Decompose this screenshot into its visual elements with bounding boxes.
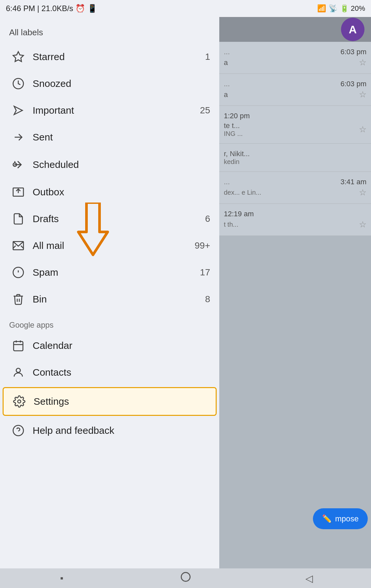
- outbox-icon: [9, 186, 27, 198]
- email-item-4[interactable]: r, Nikit... kedin: [219, 144, 371, 172]
- sidebar-item-contacts[interactable]: Contacts: [0, 359, 219, 386]
- sidebar-item-contacts-label: Contacts: [33, 367, 210, 378]
- svg-rect-15: [14, 341, 23, 351]
- sidebar-item-important-count: 25: [200, 105, 210, 116]
- email-star-5[interactable]: ☆: [359, 188, 366, 198]
- email-time-6: 12:19 am: [224, 210, 254, 218]
- email-preview-6: t th...: [224, 221, 238, 228]
- sidebar-item-scheduled[interactable]: Scheduled: [0, 151, 219, 179]
- status-time-speed: 6:46 PM | 21.0KB/s ⏰ 📱: [6, 4, 97, 13]
- svg-point-25: [181, 573, 190, 581]
- svg-marker-0: [13, 52, 23, 61]
- email-item-5[interactable]: ... 3:41 am dex... e Lin... ☆: [219, 172, 371, 204]
- sidebar-item-starred-count: 1: [205, 52, 210, 62]
- star-icon: [9, 51, 27, 63]
- navigation-drawer: All labels Starred 1 Snoozed: [0, 17, 219, 568]
- sidebar-item-sent[interactable]: Sent: [0, 124, 219, 151]
- sidebar-item-important-label: Important: [33, 105, 197, 116]
- sidebar-item-bin-label: Bin: [33, 294, 202, 305]
- sidebar-item-bin-count: 8: [205, 294, 210, 304]
- email-item-3[interactable]: 1:20 pm te t... ING ... ☆: [219, 106, 371, 144]
- sidebar-item-drafts-label: Drafts: [33, 213, 202, 224]
- nav-back-button[interactable]: ◁: [296, 570, 322, 586]
- compose-icon: ✏️: [322, 514, 332, 523]
- important-icon: [9, 104, 27, 117]
- help-icon: [9, 424, 27, 437]
- nav-home-button[interactable]: [173, 570, 199, 586]
- sidebar-item-all-mail-count: 99+: [195, 240, 210, 251]
- sent-icon: [9, 131, 27, 143]
- contacts-icon: [9, 366, 27, 379]
- sidebar-item-starred-label: Starred: [33, 51, 202, 62]
- status-icons: 📶 📡 🔋 20%: [317, 4, 365, 13]
- sidebar-item-help[interactable]: Help and feedback: [0, 417, 219, 444]
- email-item-2[interactable]: ... 6:03 pm a ☆: [219, 74, 371, 106]
- email-star-6[interactable]: ☆: [359, 220, 366, 230]
- sidebar-item-snoozed[interactable]: Snoozed: [0, 70, 219, 97]
- sidebar-item-outbox-label: Outbox: [33, 187, 208, 198]
- battery-icon: 🔋 20%: [340, 4, 365, 13]
- google-apps-section-label: Google apps: [0, 313, 219, 332]
- email-time-5: 3:41 am: [341, 178, 367, 186]
- compose-label: mpose: [335, 514, 359, 523]
- svg-marker-2: [14, 106, 22, 114]
- email-sender-4: r, Nikit...: [224, 150, 366, 158]
- svg-point-19: [16, 368, 21, 372]
- svg-point-21: [13, 425, 23, 436]
- sidebar-item-spam-count: 17: [200, 267, 210, 278]
- sidebar-item-important[interactable]: Important 25: [0, 97, 219, 124]
- email-item-1[interactable]: ... 6:03 pm a ☆: [219, 42, 371, 74]
- sidebar-item-scheduled-label: Scheduled: [33, 159, 208, 170]
- email-dots-5: ...: [224, 178, 230, 186]
- email-time-2: 6:03 pm: [341, 80, 367, 88]
- sidebar-item-outbox[interactable]: Outbox: [0, 179, 219, 205]
- drawer-section-label: All labels: [0, 17, 219, 43]
- home-icon: [180, 571, 192, 585]
- main-layout: All labels Starred 1 Snoozed: [0, 17, 371, 568]
- allmail-icon: [9, 239, 27, 252]
- status-bar: 6:46 PM | 21.0KB/s ⏰ 📱 📶 📡 🔋 20%: [0, 0, 371, 17]
- email-item-6[interactable]: 12:19 am t th... ☆: [219, 204, 371, 236]
- wifi-icon: 📡: [329, 4, 337, 13]
- email-panel: A ... 6:03 pm a ☆ ... 6:03 pm a ☆: [219, 17, 371, 568]
- email-sender-1: a: [224, 58, 228, 67]
- sidebar-item-help-label: Help and feedback: [33, 425, 210, 436]
- svg-point-20: [18, 400, 21, 403]
- sidebar-item-bin[interactable]: Bin 8: [0, 286, 219, 313]
- calendar-icon: [9, 339, 27, 352]
- compose-button[interactable]: ✏️ mpose: [313, 508, 368, 529]
- sidebar-item-sent-label: Sent: [33, 132, 208, 143]
- sidebar-item-starred[interactable]: Starred 1: [0, 43, 219, 70]
- scheduled-icon: [9, 158, 27, 172]
- bin-icon: [9, 293, 27, 305]
- sidebar-item-settings[interactable]: Settings: [3, 387, 217, 416]
- square-icon: ▪: [60, 573, 64, 583]
- back-icon: ◁: [305, 573, 313, 584]
- sidebar-item-snoozed-label: Snoozed: [33, 78, 208, 89]
- sidebar-item-spam-label: Spam: [33, 267, 197, 278]
- email-preview-3: ING ...: [224, 130, 243, 138]
- arrow-annotation: [72, 203, 114, 263]
- svg-marker-24: [78, 203, 108, 255]
- email-time-3: 1:20 pm: [224, 112, 250, 120]
- spam-icon: [9, 266, 27, 279]
- draft-icon: [9, 213, 27, 225]
- sidebar-item-settings-label: Settings: [34, 396, 209, 407]
- nav-square-button[interactable]: ▪: [49, 570, 75, 586]
- email-sender-3: te t...: [224, 122, 243, 130]
- email-time-1: 6:03 pm: [341, 48, 367, 56]
- email-star-3[interactable]: ☆: [359, 124, 366, 135]
- email-sender-2: a: [224, 90, 228, 99]
- email-preview-4: kedin: [224, 158, 366, 166]
- email-panel-header: A: [219, 17, 371, 42]
- email-star-2[interactable]: ☆: [359, 90, 366, 100]
- email-dots-2: ...: [224, 80, 230, 88]
- email-preview-5a: dex... e Lin...: [224, 189, 261, 196]
- email-dots-1: ...: [224, 48, 230, 56]
- sidebar-item-drafts-count: 6: [205, 214, 210, 224]
- clock-icon: [9, 77, 27, 90]
- avatar: A: [341, 18, 364, 41]
- sidebar-item-spam[interactable]: Spam 17: [0, 259, 219, 286]
- sidebar-item-calendar[interactable]: Calendar: [0, 332, 219, 359]
- email-star-1[interactable]: ☆: [359, 57, 366, 68]
